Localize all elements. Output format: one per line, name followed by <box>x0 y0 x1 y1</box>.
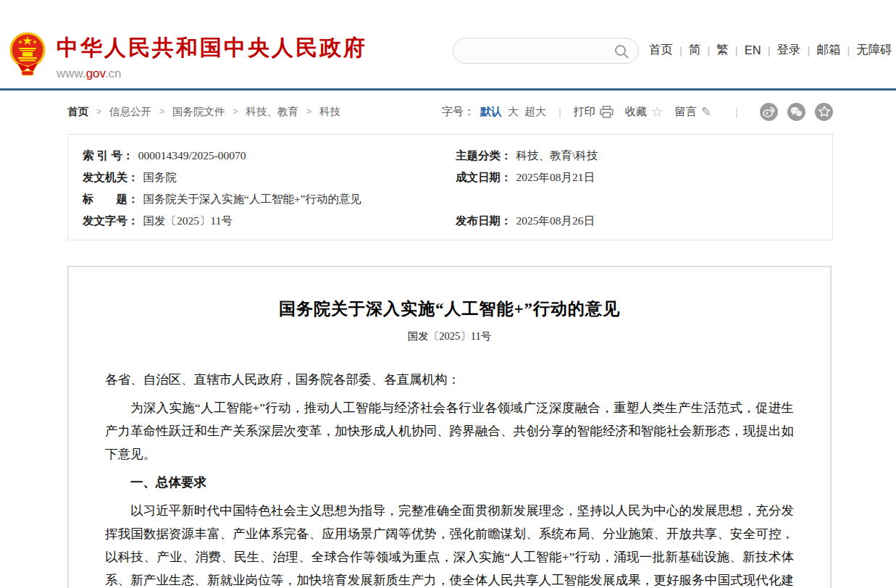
document-number: 国发〔2025〕11号 <box>69 329 830 343</box>
url-gov: gov <box>86 67 105 80</box>
star-outline-icon: ☆ <box>651 105 663 119</box>
favorite-button[interactable]: 收藏 ☆ <box>625 105 663 119</box>
meta-value: 2025年08月26日 <box>516 214 595 227</box>
breadcrumb-info-disclosure[interactable]: 信息公开 <box>109 105 151 119</box>
meta-label: 主题分类： <box>456 149 512 161</box>
page: 中华人民共和国中央人民政府 www.gov.cn 首页 | 简 | 繁 | EN… <box>0 0 896 588</box>
meta-label: 发布日期： <box>456 214 512 227</box>
nav-mail[interactable]: 邮箱 <box>816 42 840 58</box>
meta-doc-number: 发文字号：国发〔2025〕11号 <box>83 214 456 229</box>
nav-separator: | <box>735 44 738 56</box>
meta-value: 000014349/2025-00070 <box>138 149 246 161</box>
meta-value: 国发〔2025〕11号 <box>143 214 233 227</box>
site-url: www.gov.cn <box>56 67 367 81</box>
font-size-large[interactable]: 大 <box>508 105 519 119</box>
meta-issuing-agency: 发文机关：国务院 <box>83 170 456 185</box>
qzone-icon[interactable] <box>815 103 833 121</box>
comment-label: 留言 <box>675 105 697 119</box>
printer-icon <box>600 106 614 118</box>
national-emblem-icon <box>9 30 46 77</box>
nav-simplified[interactable]: 简 <box>689 42 701 58</box>
nav-separator: | <box>768 44 771 56</box>
brand-text: 中华人民共和国中央人民政府 www.gov.cn <box>56 33 367 81</box>
meta-title: 标 题：国务院关于深入实施“人工智能+”行动的意见 <box>83 192 456 207</box>
meta-label: 发文字号： <box>83 214 139 227</box>
meta-value: 2025年08月21日 <box>516 171 595 183</box>
breadcrumb-separator: > <box>233 106 238 117</box>
meta-label: 标 题： <box>83 193 139 205</box>
nav-accessibility[interactable]: 无障碍 <box>856 42 892 58</box>
nav-home[interactable]: 首页 <box>649 42 673 58</box>
section-heading-overall-requirements: 一、总体要求 <box>105 471 794 494</box>
breadcrumb-home[interactable]: 首页 <box>67 105 88 119</box>
top-nav: 首页 | 简 | 繁 | EN | 登录 | 邮箱 | 无障碍 <box>649 42 892 58</box>
crumb-toolbar-row: 首页 > 信息公开 > 国务院文件 > 科技、教育 > 科技 字号： 默认 大 … <box>67 99 833 124</box>
nav-separator: | <box>808 44 811 56</box>
toolbar-separator: | <box>558 106 561 118</box>
paragraph-salutation: 各省、自治区、直辖市人民政府，国务院各部委、各直属机构： <box>105 368 794 391</box>
favorite-label: 收藏 <box>625 105 647 119</box>
header-divider <box>0 88 896 91</box>
nav-separator: | <box>679 44 682 56</box>
breadcrumb-separator: > <box>96 106 101 117</box>
site-header: 中华人民共和国中央人民政府 www.gov.cn 首页 | 简 | 繁 | EN… <box>0 0 896 88</box>
meta-topic-category: 主题分类：科技、教育\科技 <box>456 148 825 164</box>
meta-value: 科技、教育\科技 <box>516 149 598 161</box>
site-title: 中华人民共和国中央人民政府 <box>56 33 367 63</box>
document-body: 各省、自治区、直辖市人民政府，国务院各部委、各直属机构： 为深入实施“人工智能+… <box>105 368 794 588</box>
print-button[interactable]: 打印 <box>574 105 614 119</box>
document-meta-table: 索 引 号：000014349/2025-00070 主题分类：科技、教育\科技… <box>67 134 833 240</box>
social-share <box>750 103 833 121</box>
font-size-xlarge[interactable]: 超大 <box>524 105 546 119</box>
wechat-icon[interactable] <box>787 103 805 121</box>
url-www: www. <box>56 67 86 80</box>
breadcrumb-tech[interactable]: 科技 <box>319 105 340 119</box>
font-size-label: 字号： <box>442 105 474 119</box>
print-label: 打印 <box>574 105 595 119</box>
breadcrumb: 首页 > 信息公开 > 国务院文件 > 科技、教育 > 科技 <box>67 105 340 119</box>
paragraph-guiding-ideology: 以习近平新时代中国特色社会主义思想为指导，完整准确全面贯彻新发展理念，坚持以人民… <box>105 499 794 588</box>
meta-publish-date: 发布日期：2025年08月26日 <box>456 214 825 229</box>
meta-written-date: 成文日期：2025年08月21日 <box>456 170 825 185</box>
meta-index-number: 索 引 号：000014349/2025-00070 <box>83 148 456 164</box>
comment-button[interactable]: 留言 ✎ <box>675 105 711 119</box>
search-input[interactable] <box>453 38 638 63</box>
meta-label: 成文日期： <box>456 171 512 183</box>
meta-value: 国务院 <box>143 171 177 183</box>
nav-traditional[interactable]: 繁 <box>716 42 729 58</box>
toolbar-separator: | <box>735 106 738 118</box>
breadcrumb-separator: > <box>159 106 164 117</box>
breadcrumb-tech-education[interactable]: 科技、教育 <box>246 105 299 119</box>
search-icon[interactable] <box>614 44 629 59</box>
meta-label: 索 引 号： <box>83 149 134 161</box>
breadcrumb-state-council-docs[interactable]: 国务院文件 <box>172 105 225 119</box>
nav-login[interactable]: 登录 <box>777 42 801 58</box>
url-cn: .cn <box>105 67 122 80</box>
breadcrumb-separator: > <box>306 106 311 117</box>
document-title: 国务院关于深入实施“人工智能+”行动的意见 <box>69 298 830 320</box>
weibo-icon[interactable] <box>760 103 778 121</box>
nav-separator: | <box>847 44 850 56</box>
nav-english[interactable]: EN <box>745 43 761 57</box>
toolbar: 字号： 默认 大 超大 | 打印 收藏 ☆ 留言 ✎ | <box>442 103 833 121</box>
font-size-default[interactable]: 默认 <box>480 105 502 119</box>
document-content-box: 国务院关于深入实施“人工智能+”行动的意见 国发〔2025〕11号 各省、自治区… <box>67 266 832 588</box>
meta-label: 发文机关： <box>83 171 139 183</box>
nav-separator: | <box>707 44 710 56</box>
meta-value: 国务院关于深入实施“人工智能+”行动的意见 <box>143 193 362 205</box>
search-box <box>453 38 639 64</box>
paragraph-intro: 为深入实施“人工智能+”行动，推动人工智能与经济社会各行业各领域广泛深度融合，重… <box>105 396 794 466</box>
pencil-icon: ✎ <box>701 106 711 118</box>
